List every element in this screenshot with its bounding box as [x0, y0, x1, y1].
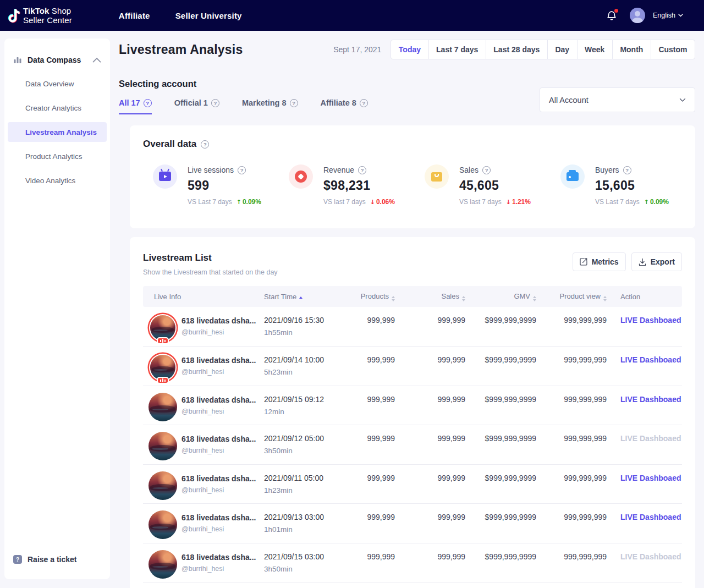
column-sales[interactable]: Sales — [395, 286, 465, 307]
products-value: 999,999 — [360, 386, 395, 425]
table-row: 618 livedatas dsha... @burrihi_hesi 2021… — [143, 307, 682, 347]
sidebar-item-creator-analytics[interactable]: Creator Analytics — [8, 98, 107, 118]
product-view-value: 999,999,999 — [536, 307, 607, 347]
livestream-title[interactable]: 618 livedatas dsha... — [182, 435, 256, 443]
gmv-value: $999,999,9999 — [465, 386, 536, 425]
tab-all-label: All 17 — [119, 98, 140, 107]
sales-value: 999,999 — [395, 464, 465, 504]
range-custom[interactable]: Custom — [651, 40, 695, 59]
tab-all[interactable]: All 17? — [119, 98, 152, 114]
range-day[interactable]: Day — [547, 40, 577, 59]
top-navigation-bar: TikTok Shop Seller Center Affiliate Sell… — [0, 0, 704, 31]
language-selector[interactable]: English — [653, 12, 683, 19]
help-circle-icon[interactable]: ? — [482, 166, 491, 174]
help-circle-icon[interactable]: ? — [358, 166, 366, 174]
revenue-value: $98,231 — [323, 178, 395, 193]
livestream-title[interactable]: 618 livedatas dsha... — [182, 474, 256, 483]
metrics-button[interactable]: Metrics — [573, 252, 626, 271]
range-week[interactable]: Week — [577, 40, 612, 59]
table-row: 618 livedatas dsha... @burrihi_hesi 2021… — [143, 543, 682, 582]
table-row: 618 livedatas dsha... @burrihi_hesi 2021… — [143, 425, 682, 465]
user-avatar[interactable] — [630, 8, 645, 23]
livestream-handle: @burrihi_hesi — [182, 486, 256, 494]
live-dashboard-link[interactable]: LIVE Dashboaed — [620, 434, 681, 443]
arrow-up-icon: ↑ — [237, 199, 241, 206]
product-view-value: 999,999,999 — [536, 425, 607, 465]
sales-value: 45,605 — [459, 178, 531, 193]
sidebar-item-product-analytics[interactable]: Product Analytics — [8, 146, 107, 166]
live-dashboard-link[interactable]: LIVE Dashboaed — [620, 552, 681, 561]
nav-affiliate[interactable]: Affiliate — [119, 11, 150, 20]
column-products[interactable]: Products — [360, 286, 395, 307]
products-value: 999,999 — [360, 543, 395, 582]
sidebar-section-label: Data Compass — [28, 56, 92, 64]
tiktok-shop-logo[interactable]: TikTok Shop Seller Center — [7, 6, 72, 25]
tab-marketing[interactable]: Marketing 8? — [242, 98, 298, 114]
sidebar-item-video-analytics[interactable]: Video Analytics — [8, 171, 107, 190]
range-month[interactable]: Month — [612, 40, 651, 59]
live-sessions-value: 599 — [188, 178, 261, 193]
product-view-value: 999,999,999 — [536, 464, 607, 504]
range-last-7-days[interactable]: Last 7 days — [428, 40, 486, 59]
duration: 1h23min — [264, 486, 360, 494]
help-circle-icon: ? — [290, 99, 298, 107]
current-date: Sept 17, 2021 — [333, 45, 381, 54]
sidebar-item-livestream-analysis[interactable]: Livestream Analysis — [8, 122, 107, 142]
sales-value: 999,999 — [395, 307, 465, 347]
tab-marketing-label: Marketing 8 — [242, 98, 287, 107]
livestream-avatar[interactable] — [148, 432, 177, 460]
notifications-bell-icon[interactable] — [606, 9, 618, 22]
avatar-person-icon — [635, 11, 640, 17]
help-circle-icon[interactable]: ? — [238, 166, 246, 174]
column-start-time[interactable]: Start Time — [264, 286, 360, 307]
livestream-handle: @burrihi_hesi — [182, 525, 256, 533]
livestream-title[interactable]: 618 livedatas dsha... — [182, 553, 256, 562]
tab-official[interactable]: Official 1? — [174, 98, 219, 114]
account-dropdown[interactable]: All Account — [540, 87, 695, 112]
livestream-avatar[interactable] — [148, 550, 177, 579]
metric-sales: Sales? 45,605 VS last 7 days↓1.21% — [425, 164, 560, 206]
gmv-value: $999,999,9999 — [465, 504, 536, 543]
range-today[interactable]: Today — [391, 40, 428, 59]
livestream-title[interactable]: 618 livedatas dsha... — [182, 356, 256, 365]
duration: 5h23min — [264, 368, 360, 376]
livestream-title[interactable]: 618 livedatas dsha... — [182, 316, 256, 325]
range-last-28-days[interactable]: Last 28 days — [486, 40, 547, 59]
livestream-title[interactable]: 618 livedatas dsha... — [182, 395, 256, 404]
help-circle-icon[interactable]: ? — [623, 166, 631, 174]
live-dashboard-link[interactable]: LIVE Dashboaed — [620, 513, 681, 521]
raise-a-ticket[interactable]: ? Raise a ticket — [13, 555, 77, 564]
column-gmv[interactable]: GMV — [465, 286, 536, 307]
livestream-avatar[interactable] — [148, 471, 177, 500]
overall-data-title: Overall data — [143, 139, 196, 150]
gmv-value: $999,999,9999 — [465, 307, 536, 347]
sales-value: 999,999 — [395, 543, 465, 582]
column-live-info: Live Info — [143, 286, 264, 307]
column-product-view[interactable]: Product view — [536, 286, 607, 307]
metric-label: Live sessions — [188, 166, 234, 174]
live-indicator-icon — [157, 337, 169, 344]
sidebar-item-data-overview[interactable]: Data Overview — [8, 74, 107, 94]
products-value: 999,999 — [360, 504, 395, 543]
duration: 1h55min — [264, 328, 360, 337]
live-dashboard-link[interactable]: LIVE Dashboaed — [620, 395, 681, 404]
brand-line2: Seller Center — [23, 15, 72, 25]
live-dashboard-link[interactable]: LIVE Dashboaed — [620, 355, 681, 364]
tab-affiliate[interactable]: Affiliate 8? — [321, 98, 368, 114]
livestream-avatar[interactable] — [148, 510, 177, 539]
livestream-avatar[interactable] — [148, 393, 177, 421]
livestream-handle: @burrihi_hesi — [182, 565, 256, 573]
live-dashboard-link[interactable]: LIVE Dashboaed — [620, 316, 681, 325]
live-dashboard-link[interactable]: LIVE Dashboaed — [620, 474, 681, 482]
top-nav-links: Affiliate Seller University — [119, 11, 267, 20]
nav-seller-university[interactable]: Seller University — [175, 11, 242, 20]
sales-value: 999,999 — [395, 347, 465, 386]
sidebar-section-data-compass[interactable]: Data Compass — [4, 49, 110, 71]
livestream-title[interactable]: 618 livedatas dsha... — [182, 513, 256, 522]
help-circle-icon[interactable]: ? — [201, 140, 209, 149]
product-view-value: 999,999,999 — [536, 543, 607, 582]
live-indicator-icon — [157, 377, 169, 384]
live-sessions-tv-icon — [153, 164, 177, 189]
tiktok-note-icon — [7, 7, 21, 24]
export-button[interactable]: Export — [631, 252, 682, 271]
